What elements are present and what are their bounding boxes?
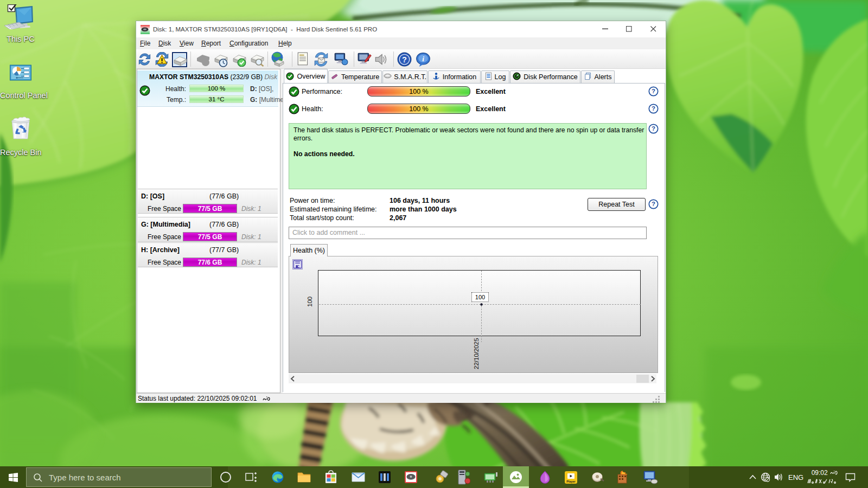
svg-text:?: ? (652, 105, 655, 112)
svg-text:22/10/2025: 22/10/2025 (473, 338, 480, 369)
svg-text:?: ? (652, 88, 655, 94)
svg-text:i: i (422, 55, 424, 63)
svg-text:100: 100 (307, 297, 313, 307)
svg-text:Player: Player (566, 480, 576, 483)
svg-text:?: ? (402, 55, 407, 64)
svg-text:?: ? (652, 125, 655, 132)
svg-text:?: ? (652, 201, 655, 207)
